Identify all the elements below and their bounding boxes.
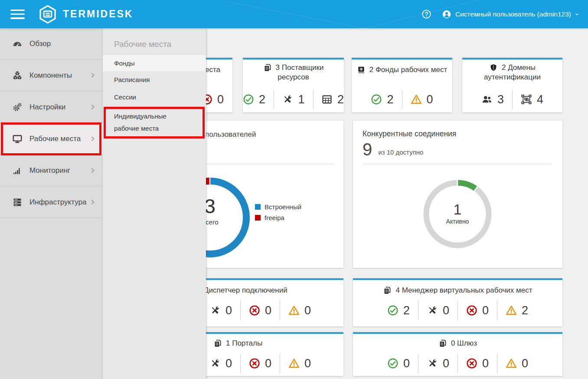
tools-icon <box>427 305 438 316</box>
divider <box>280 301 280 320</box>
hamburger-menu-button[interactable] <box>10 10 25 19</box>
chevron-right-icon <box>89 167 96 174</box>
warning-triangle-icon <box>288 305 300 316</box>
donut-center-label: 1 Активно <box>427 201 488 225</box>
chart-legend: Встроенный freeipa <box>255 201 301 223</box>
sidebar-item-settings[interactable]: Настройки <box>0 92 103 123</box>
sidebar-item-label: Инфраструктура <box>29 198 86 207</box>
sidebar-item-components[interactable]: Компоненты <box>0 60 103 91</box>
brand-wordmark: TERMIDESK <box>63 8 133 20</box>
legend-swatch-builtin <box>255 204 261 210</box>
sidebar-item-infrastructure[interactable]: Инфраструктура <box>0 187 103 218</box>
user-menu[interactable]: Системный пользователь (admin123) <box>442 10 580 19</box>
warning-triangle-icon <box>506 305 517 316</box>
card-title: Диспетчер подключений <box>204 286 287 295</box>
divider <box>497 301 497 320</box>
monitor-icon <box>12 134 23 144</box>
x-circle-icon <box>249 305 260 316</box>
warning-triangle-icon <box>288 358 300 369</box>
servers-icon <box>12 197 23 208</box>
check-circle-icon <box>387 358 399 369</box>
warning-triangle-icon <box>411 94 422 105</box>
divider <box>418 354 418 373</box>
tools-icon <box>209 305 221 316</box>
documents-icon <box>438 339 447 348</box>
check-circle-icon <box>243 94 254 105</box>
warning-triangle-icon <box>506 358 517 369</box>
submenu-item-label: Сессии <box>114 93 136 101</box>
submenu-item-pools[interactable]: Фонды <box>103 55 206 71</box>
legend-swatch-freeipa <box>255 215 261 221</box>
submenu-item-label: Фонды <box>114 59 135 67</box>
sidebar-item-label: Мониторинг <box>29 166 70 175</box>
card-title: 0 Шлюз <box>353 339 562 348</box>
sidebar-item-label: Компоненты <box>29 71 72 80</box>
submenu-item-label: Расписания <box>114 76 150 83</box>
chevron-right-icon <box>89 135 96 142</box>
x-circle-icon <box>249 358 260 369</box>
card-stats: 2 0 <box>352 90 452 109</box>
divider <box>280 354 280 373</box>
table-icon <box>321 94 333 105</box>
sidebar-item-monitoring[interactable]: Мониторинг <box>0 155 103 186</box>
available-counter: 9 из 10 доступно <box>363 140 423 159</box>
cubes-icon <box>12 70 23 81</box>
sidebar-item-workplaces[interactable]: Рабочие места <box>0 123 103 155</box>
object-group-icon <box>521 94 532 105</box>
sidebar-item-label: Рабочие места <box>29 135 81 143</box>
card-vdi-manager: 4 Менеджер виртуальных рабочих мест 2 0 … <box>353 278 562 326</box>
chevron-right-icon <box>89 72 96 79</box>
gauge-icon <box>12 39 23 49</box>
user-avatar-icon <box>442 10 451 19</box>
card-stats: 3 4 <box>462 90 562 109</box>
card-title: Конкурентные соединения <box>363 129 456 138</box>
divider <box>418 301 418 320</box>
chart-bars-icon <box>12 165 23 176</box>
tools-icon <box>209 358 221 369</box>
documents-icon <box>383 286 392 295</box>
submenu-item-individual-workplaces[interactable]: Индивидуальные рабочие места <box>103 109 206 136</box>
divider <box>457 354 458 373</box>
card-stats: 2 1 2 <box>243 90 344 109</box>
card-concurrent-connections: Конкурентные соединения 9 из 10 доступно… <box>353 121 562 268</box>
card-stats: 2 0 0 2 <box>353 301 562 320</box>
submenu-item-label-line2: рабочие места <box>114 122 159 135</box>
submenu-item-sessions[interactable]: Сессии <box>103 90 206 104</box>
sidebar-item-label: Обзор <box>29 40 51 48</box>
check-circle-icon <box>387 305 399 316</box>
card-auth-domains: 2 Домены аутентификации 3 4 <box>462 58 562 112</box>
top-bar: TERMIDESK Системный пользователь (admin1… <box>0 0 588 28</box>
divider <box>402 90 402 109</box>
check-circle-icon <box>371 94 382 105</box>
sidebar-item-label: Настройки <box>29 103 65 112</box>
divider <box>457 301 458 320</box>
card-workplace-pools: 2 Фонды рабочих мест 2 0 <box>352 58 452 112</box>
workplaces-submenu-panel: Рабочие места Фонды Расписания Сессии Ин… <box>103 28 206 379</box>
card-gateway: 0 Шлюз 0 0 0 0 <box>353 332 562 376</box>
x-circle-icon <box>466 358 477 369</box>
chevron-down-icon <box>574 11 580 17</box>
chevron-right-icon <box>89 103 96 111</box>
sidebar-item-overview[interactable]: Обзор <box>0 28 103 59</box>
divider <box>240 354 241 373</box>
card-resource-providers: 3 Поставщики ресурсов 2 1 2 <box>243 58 344 112</box>
user-menu-label: Системный пользователь (admin123) <box>455 10 571 18</box>
shield-icon <box>489 63 498 72</box>
chip-icon <box>357 66 366 74</box>
legend-label: Встроенный <box>265 203 301 211</box>
help-icon[interactable] <box>421 9 431 19</box>
divider <box>363 164 552 164</box>
card-title: 2 Домены аутентификации <box>462 63 562 82</box>
divider <box>512 90 513 109</box>
users-icon <box>481 94 493 105</box>
submenu-item-schedules[interactable]: Расписания <box>103 73 206 86</box>
card-title-fragment: еста <box>205 66 220 74</box>
documents-icon <box>213 339 222 348</box>
gears-icon <box>12 102 23 112</box>
card-stats: 0 0 0 <box>209 301 311 320</box>
card-stats: 0 0 0 0 <box>353 354 562 373</box>
divider <box>240 301 241 320</box>
termidesk-logo-icon <box>38 4 58 24</box>
card-title: 1 Порталы <box>213 339 262 348</box>
brand-logo[interactable]: TERMIDESK <box>38 4 133 24</box>
